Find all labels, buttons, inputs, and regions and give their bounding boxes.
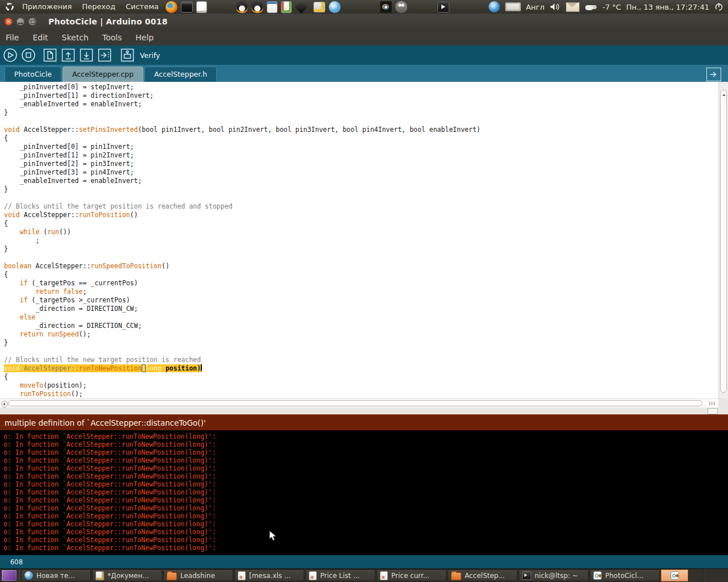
code-line: _enableInverted = enableInvert; (4, 100, 718, 109)
menu-help[interactable]: Help (135, 33, 154, 42)
new-sketch-button[interactable] (42, 47, 58, 63)
task-item-новая-те[interactable]: Новая те... (21, 569, 91, 581)
code-line: void AccelStepper::setPinsInverted(bool … (4, 126, 718, 134)
code-line: { (4, 134, 718, 143)
keyboard-layout-label[interactable]: Англ (526, 3, 545, 11)
code-line: void AccelStepper::runToPosition() (4, 211, 718, 219)
task-item-докумен[interactable]: *Докумен... (92, 569, 162, 581)
browser-icon (24, 571, 33, 580)
menu-edit[interactable]: Edit (32, 33, 48, 42)
keyboard-layout-icon[interactable] (505, 2, 521, 11)
clock-label[interactable]: Пн., 13 янв., 17:27:41 (626, 3, 709, 11)
gnome-top-panel: ПриложенияПереходСистема Англ -7 °C Пн.,… (0, 0, 728, 14)
code-editor[interactable]: _pinInverted[0] = stepInvert; _pinInvert… (0, 82, 718, 398)
task-item-leadshine[interactable]: Leadshine (163, 569, 233, 581)
task-item-price-list[interactable]: Price List ... (305, 569, 375, 581)
code-line: while (run()) (4, 228, 718, 236)
thunderbird-icon[interactable] (489, 1, 500, 13)
penguin-launcher-icon[interactable] (251, 1, 263, 13)
folder-icon (167, 572, 177, 580)
calc-launcher-icon[interactable] (281, 1, 292, 13)
tab-accelstepper-cpp[interactable]: AccelStepper.cpp (63, 66, 143, 82)
mail-icon[interactable] (566, 2, 580, 12)
console-line: o: In function `AccelStepper::runToNewPo… (3, 544, 728, 552)
firefox-launcher-icon[interactable] (166, 1, 177, 13)
upload-button[interactable] (97, 47, 113, 63)
temperature-label[interactable]: -7 °C (602, 3, 621, 11)
scroll-left-button[interactable] (1, 401, 8, 408)
gimp-launcher-icon[interactable] (395, 1, 407, 13)
console-line: o: In function `AccelStepper::runToNewPo… (3, 520, 728, 528)
tab-accelstepper-h[interactable]: AccelStepper.h (144, 66, 217, 82)
tab-menu-button[interactable] (706, 68, 721, 81)
tab-photocicle[interactable]: PhotoCicle (5, 66, 61, 82)
code-line: _pinInverted[0] = stepInvert; (4, 83, 718, 92)
code-line: } (4, 339, 718, 347)
task-item-label: *Докумен... (107, 572, 149, 580)
system-menu[interactable]: Система (121, 0, 164, 14)
file-manager-launcher-icon[interactable] (437, 2, 449, 13)
task-item-arduino-flashing[interactable] (661, 569, 688, 581)
window-title: PhotoCicle | Arduino 0018 (48, 17, 168, 26)
maximize-button[interactable] (28, 18, 36, 26)
task-item-mesa-xls[interactable]: [mesa.xls ... (234, 569, 304, 581)
stop-button[interactable] (20, 47, 36, 63)
window-titlebar: PhotoCicle | Arduino 0018 (0, 14, 728, 30)
verify-button[interactable] (2, 47, 18, 63)
close-button[interactable] (5, 18, 13, 26)
editor-bottom-strip (0, 408, 728, 414)
open-sketch-button[interactable] (60, 47, 76, 63)
folder-icon (451, 572, 461, 580)
show-desktop-button[interactable] (1, 569, 17, 581)
penguin-launcher-icon[interactable] (236, 1, 248, 13)
terminal-launcher-icon[interactable] (181, 2, 193, 13)
writer-launcher-icon[interactable] (267, 1, 278, 13)
arduino-icon (593, 571, 602, 580)
code-line: _pinInverted[0] = pin1Invert; (4, 143, 718, 151)
taskbar-empty-slot (689, 569, 703, 581)
serial-monitor-button[interactable] (119, 47, 135, 63)
code-line: return runSpeed(); (4, 330, 718, 339)
chromium-launcher-icon[interactable] (329, 1, 341, 13)
resize-grip[interactable] (708, 408, 718, 414)
line-number: 608 (10, 558, 23, 566)
code-line: _enableInverted = enableInvert; (4, 177, 718, 185)
toolbar-status-label: Verify (140, 51, 160, 60)
code-line: _direction = DIRECTION_CW; (4, 305, 718, 313)
task-item-label: Leadshine (180, 572, 215, 580)
tabbar: PhotoCicleAccelStepper.cppAccelStepper.h (0, 65, 728, 82)
places-menu[interactable]: Переход (77, 0, 121, 14)
power-icon[interactable] (714, 2, 723, 11)
volume-icon[interactable] (549, 2, 561, 11)
save-sketch-button[interactable] (78, 47, 94, 63)
ubuntu-logo-icon[interactable] (5, 2, 15, 12)
horizontal-scrollbar[interactable] (0, 398, 718, 408)
vertical-scrollbar[interactable] (718, 82, 728, 398)
menu-file[interactable]: File (6, 33, 19, 42)
horizontal-scrollbar-thumb[interactable] (8, 400, 702, 406)
taskbar: Новая те...*Докумен...Leadshine[mesa.xls… (0, 568, 728, 582)
code-line: } (4, 185, 718, 194)
inkscape-launcher-icon[interactable] (295, 0, 308, 13)
build-console[interactable]: o: In function `AccelStepper::runToNewPo… (0, 430, 728, 555)
panel-launchers (164, 1, 451, 13)
error-statusbar: multiple definition of `AccelStepper::di… (0, 414, 728, 430)
code-line (4, 347, 718, 356)
menu-sketch[interactable]: Sketch (62, 33, 89, 42)
blender-launcher-icon[interactable] (380, 1, 392, 13)
task-item-nick@ltsp-~[interactable]: nick@ltsp: ~ (519, 569, 589, 581)
weather-icon[interactable] (585, 3, 597, 11)
console-line: o: In function `AccelStepper::runToNewPo… (3, 433, 728, 440)
draw-launcher-icon[interactable] (313, 2, 325, 13)
vertical-scrollbar-thumb[interactable] (720, 90, 727, 393)
task-item-price-curr[interactable]: Price curr... (377, 569, 446, 581)
task-item-accelstep[interactable]: AccelStep... (448, 569, 518, 581)
menu-tools[interactable]: Tools (102, 33, 122, 42)
task-item-photocicl[interactable]: PhotoCicl... (590, 569, 660, 581)
minimize-button[interactable] (16, 18, 24, 26)
text-editor-launcher-icon[interactable] (196, 1, 207, 13)
taskbar-separator (19, 571, 20, 580)
scrollbar-grip (709, 402, 715, 405)
applications-menu[interactable]: Приложения (17, 0, 77, 14)
task-item-label: nick@ltsp: ~ (535, 572, 578, 580)
